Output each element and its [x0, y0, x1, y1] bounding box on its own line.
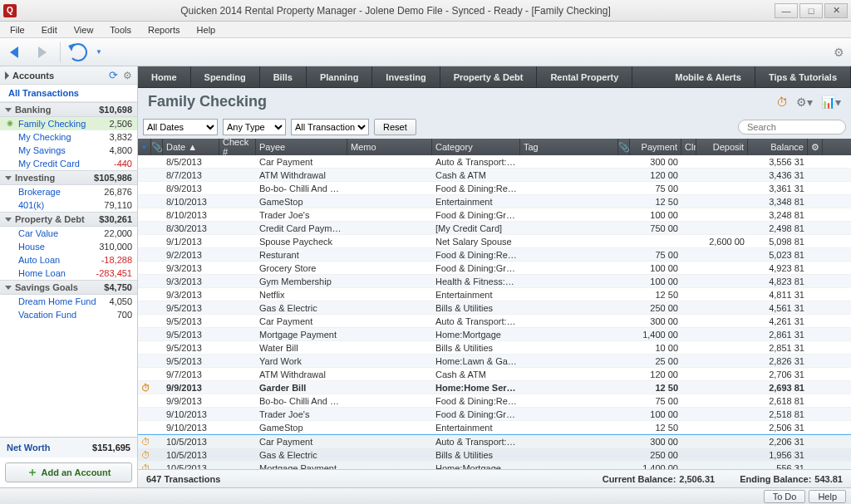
reminders-icon[interactable]: ⏱ — [776, 95, 788, 109]
tab-planning[interactable]: Planning — [307, 66, 372, 87]
transaction-row[interactable]: 8/10/2013Trader Joe'sFood & Dining:Groce… — [138, 208, 851, 222]
window-title: Quicken 2014 Rental Property Manager - J… — [17, 5, 775, 17]
reminder-icon: ⏱ — [138, 463, 151, 470]
filter-type-select[interactable]: Any Type — [223, 119, 286, 135]
transaction-row[interactable]: 9/3/2013NetflixEntertainment12 504,811 3… — [138, 288, 851, 301]
col-balance[interactable]: Balance — [748, 139, 808, 155]
col-category[interactable]: Category — [432, 139, 520, 155]
sidebar-section-investing[interactable]: Investing$105,986 — [0, 170, 137, 185]
sidebar-item-house[interactable]: House310,000 — [0, 240, 137, 253]
col-tag[interactable]: Tag — [520, 139, 618, 155]
menu-file[interactable]: File — [3, 23, 32, 37]
tab-rental-property[interactable]: Rental Property — [537, 66, 632, 87]
transaction-row[interactable]: ⏱10/5/2013Mortgage PaymentHome:Mortgage1… — [138, 462, 851, 469]
transaction-count: 647 Transactions — [146, 474, 220, 484]
reports-icon[interactable]: 📊▾ — [821, 95, 841, 109]
sidebar-item-auto-loan[interactable]: Auto Loan-18,288 — [0, 253, 137, 267]
col-payee[interactable]: Payee — [256, 139, 347, 155]
plus-icon: ＋ — [27, 465, 38, 480]
menu-reports[interactable]: Reports — [141, 23, 187, 37]
transaction-row[interactable]: 9/9/2013Bo-bo- Chilli And RibsFood & Din… — [138, 394, 851, 408]
tab-spending[interactable]: Spending — [191, 66, 260, 87]
transaction-row[interactable]: 8/7/2013ATM WithdrawalCash & ATM120 003,… — [138, 169, 851, 182]
sidebar-section-property-debt[interactable]: Property & Debt$30,261 — [0, 212, 137, 227]
window-minimize-button[interactable]: — — [775, 3, 798, 18]
filter-date-select[interactable]: All Dates — [143, 119, 218, 135]
col-payment[interactable]: Payment — [630, 139, 681, 155]
nav-back-button[interactable] — [7, 43, 25, 61]
transaction-row[interactable]: 9/10/2013Trader Joe'sFood & Dining:Groce… — [138, 408, 851, 421]
tab-investing[interactable]: Investing — [372, 66, 440, 87]
search-input[interactable] — [738, 120, 846, 135]
sidebar-item-family-checking[interactable]: ◉Family Checking2,506 — [0, 117, 137, 130]
col-memo[interactable]: Memo — [347, 139, 432, 155]
tab-property-debt[interactable]: Property & Debt — [440, 66, 538, 87]
add-account-button[interactable]: ＋ Add an Account — [5, 462, 132, 482]
col-clip-icon[interactable]: 📎 — [618, 139, 630, 155]
window-maximize-button[interactable]: □ — [799, 3, 823, 18]
transaction-row[interactable]: 9/2/2013ResturantFood & Dining:Restauran… — [138, 248, 851, 262]
transaction-row[interactable]: 8/9/2013Bo-bo- Chilli And RibsFood & Din… — [138, 182, 851, 195]
all-transactions-link[interactable]: All Transactions — [0, 85, 137, 102]
transaction-row[interactable]: 9/10/2013GameStopEntertainment12 502,506… — [138, 421, 851, 434]
filter-transactions-select[interactable]: All Transactions — [291, 119, 369, 135]
sidebar-item-my-checking[interactable]: My Checking3,832 — [0, 130, 137, 144]
filter-reset-button[interactable]: Reset — [374, 119, 416, 135]
sync-button[interactable] — [69, 43, 87, 61]
transaction-row[interactable]: 9/5/2013Yard WorkHome:Lawn & Garden25 00… — [138, 355, 851, 368]
grid-body[interactable]: 8/5/2013Car PaymentAuto & Transport:Auto… — [138, 155, 851, 469]
menu-view[interactable]: View — [67, 23, 101, 37]
tab-bills[interactable]: Bills — [260, 66, 307, 87]
main-tabs: HomeSpendingBillsPlanningInvestingProper… — [138, 66, 851, 88]
tab-tips-tutorials[interactable]: Tips & Tutorials — [755, 66, 851, 87]
menu-edit[interactable]: Edit — [35, 23, 64, 37]
grid-summary: 647 Transactions Current Balance: 2,506.… — [138, 469, 851, 487]
transaction-row[interactable]: 9/5/2013Water BillBills & Utilities10 00… — [138, 341, 851, 355]
transaction-row[interactable]: 9/5/2013Mortgage PaymentHome:Mortgage1,4… — [138, 328, 851, 341]
col-date[interactable]: Date ▲ — [163, 139, 219, 155]
nav-forward-button[interactable] — [33, 43, 52, 61]
transaction-row[interactable]: 9/3/2013Gym MembershipHealth & Fitness:G… — [138, 275, 851, 288]
menu-tools[interactable]: Tools — [103, 23, 138, 37]
sidebar-item-my-savings[interactable]: My Savings4,800 — [0, 144, 137, 157]
sidebar-item-dream-home-fund[interactable]: Dream Home Fund4,050 — [0, 295, 137, 308]
sidebar-item-my-credit-card[interactable]: My Credit Card-440 — [0, 157, 137, 170]
sidebar-section-banking[interactable]: Banking$10,698 — [0, 102, 137, 117]
col-check[interactable]: Check # — [219, 139, 256, 155]
sidebar-section-savings-goals[interactable]: Savings Goals$4,750 — [0, 280, 137, 295]
transaction-row[interactable]: ⏱10/5/2013Gas & ElectricBills & Utilitie… — [138, 448, 851, 462]
col-flag[interactable]: ● — [138, 139, 151, 155]
col-attachment-icon[interactable]: 📎 — [151, 139, 163, 155]
sidebar-item-brokerage[interactable]: Brokerage26,876 — [0, 185, 137, 198]
sidebar-item-home-loan[interactable]: Home Loan-283,451 — [0, 267, 137, 280]
transaction-row[interactable]: 8/30/2013Credit Card Payment[My Credit C… — [138, 222, 851, 235]
transaction-row[interactable]: ⏱!9/9/2013Garder BillHome:Home Services1… — [138, 381, 851, 394]
transaction-row[interactable]: 9/7/2013ATM WithdrawalCash & ATM120 002,… — [138, 368, 851, 381]
main-toolbar: ▼ ⚙ — [0, 38, 851, 66]
net-worth-row: Net Worth $151,695 — [0, 437, 137, 458]
transaction-row[interactable]: 8/10/2013GameStopEntertainment12 503,348… — [138, 195, 851, 208]
sidebar-item-vacation-fund[interactable]: Vacation Fund700 — [0, 308, 137, 321]
sidebar-settings-icon[interactable]: ⚙ — [123, 70, 132, 81]
sidebar-refresh-icon[interactable]: ⟳ — [109, 69, 118, 81]
transaction-row[interactable]: ⏱10/5/2013Car PaymentAuto & Transport:Au… — [138, 435, 851, 448]
tab-mobile-alerts[interactable]: Mobile & Alerts — [662, 66, 755, 87]
menu-help[interactable]: Help — [190, 23, 223, 37]
sidebar-item--k-[interactable]: 401(k)79,110 — [0, 198, 137, 212]
col-settings-icon[interactable]: ⚙ — [808, 139, 823, 155]
sidebar-item-car-value[interactable]: Car Value22,000 — [0, 227, 137, 240]
transaction-row[interactable]: 9/5/2013Gas & ElectricBills & Utilities2… — [138, 301, 851, 315]
transaction-row[interactable]: 9/3/2013Grocery StoreFood & Dining:Groce… — [138, 262, 851, 275]
col-deposit[interactable]: Deposit — [696, 139, 748, 155]
transaction-row[interactable]: 9/5/2013Car PaymentAuto & Transport:Auto… — [138, 315, 851, 328]
transaction-row[interactable]: 8/5/2013Car PaymentAuto & Transport:Auto… — [138, 155, 851, 169]
window-close-button[interactable]: ✕ — [824, 3, 848, 18]
todo-button[interactable]: To Do — [764, 490, 806, 503]
col-clr[interactable]: Clr — [681, 139, 696, 155]
tab-home[interactable]: Home — [138, 66, 191, 87]
help-button[interactable]: Help — [809, 490, 846, 503]
account-actions-icon[interactable]: ⚙▾ — [796, 95, 813, 109]
accounts-collapse-icon[interactable] — [5, 71, 9, 80]
transaction-row[interactable]: 9/1/2013Spouse PaycheckNet Salary Spouse… — [138, 235, 851, 248]
toolbar-settings-icon[interactable]: ⚙ — [834, 46, 844, 59]
